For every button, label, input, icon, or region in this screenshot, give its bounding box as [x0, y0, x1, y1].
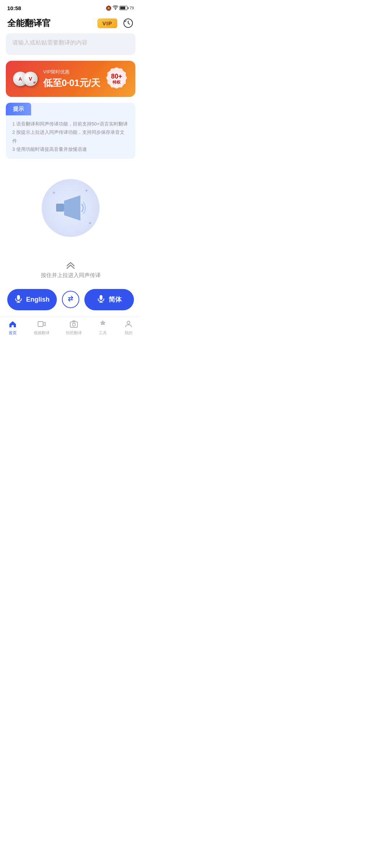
tips-section: 提示 1 语音翻译和同声传译功能，目前支持50+语言实时翻译 2 按提示上拉进入… — [6, 103, 135, 159]
coin-v: V IP — [23, 72, 38, 86]
svg-point-13 — [72, 323, 75, 326]
wifi-icon — [113, 5, 118, 11]
tools-icon — [98, 319, 108, 329]
tips-header-text: 提示 — [13, 106, 24, 112]
tip-item-2: 2 按提示上拉进入同声传译功能，支持同步保存录音文件 — [12, 128, 129, 145]
vip-small-text: VIP限时优惠 — [43, 69, 100, 75]
svg-point-14 — [102, 322, 104, 324]
nav-photo-label: 拍照翻译 — [66, 330, 82, 336]
badge-num: 80+ — [111, 73, 122, 80]
swipe-text: 按住并上拉进入同声传译 — [41, 272, 101, 279]
nav-tools-label: 工具 — [99, 330, 107, 336]
vip-banner-left: A V IP — [13, 68, 38, 90]
bottom-nav: 首页 视频翻译 拍照翻译 工具 — [0, 316, 141, 340]
svg-marker-11 — [43, 322, 45, 326]
mic-illustration-area: ✦ ✦ ✦ — [0, 165, 141, 255]
vip-coins-illustration: A V IP — [13, 68, 38, 90]
status-icons: 🔕 79 — [106, 5, 134, 11]
input-placeholder: 请输入或粘贴需要翻译的内容 — [12, 39, 88, 46]
tip-item-3: 3 使用功能时请提高音量并放慢语速 — [12, 145, 129, 153]
sparkle-2: ✦ — [88, 220, 92, 226]
notification-icons: 🔕 79 — [106, 5, 134, 11]
vip-privilege-badge: 80+ 特权 — [105, 67, 128, 90]
nav-tools[interactable]: 工具 — [98, 319, 108, 336]
vip-big-text: 低至0·01元/天 — [43, 77, 100, 89]
tips-header: 提示 — [6, 103, 31, 115]
svg-rect-7 — [100, 295, 102, 300]
nav-video[interactable]: 视频翻译 — [34, 319, 50, 336]
svg-point-15 — [127, 321, 130, 324]
nav-home[interactable]: 首页 — [8, 319, 17, 336]
header: 全能翻译官 VIP — [0, 14, 141, 33]
swap-language-button[interactable] — [62, 291, 79, 308]
lang-btn-english[interactable]: English — [7, 289, 57, 310]
sparkle-1: ✦ — [84, 188, 89, 193]
mic-illustration: ✦ ✦ ✦ — [42, 179, 100, 237]
mic-icon-chinese — [97, 295, 105, 305]
camera-icon — [69, 319, 79, 329]
lang-english-label: English — [26, 296, 50, 303]
app-title: 全能翻译官 — [7, 17, 51, 29]
swipe-hint: 按住并上拉进入同声传译 — [0, 255, 141, 286]
svg-rect-10 — [38, 322, 43, 327]
swap-icon — [67, 295, 75, 305]
status-bar: 10:58 🔕 79 — [0, 0, 141, 14]
badge-label: 特权 — [113, 80, 121, 85]
translation-input[interactable]: 请输入或粘贴需要翻译的内容 — [6, 33, 135, 55]
svg-marker-3 — [64, 195, 80, 221]
nav-home-label: 首页 — [9, 330, 17, 336]
tips-body: 1 语音翻译和同声传译功能，目前支持50+语言实时翻译 2 按提示上拉进入同声传… — [6, 115, 135, 159]
tip-item-1: 1 语音翻译和同声传译功能，目前支持50+语言实时翻译 — [12, 120, 129, 128]
header-actions: VIP — [97, 17, 134, 29]
svg-rect-4 — [17, 295, 20, 300]
history-icon[interactable] — [122, 17, 134, 29]
home-icon — [8, 319, 17, 329]
profile-icon — [124, 319, 133, 329]
video-icon — [37, 319, 46, 329]
nav-mine-label: 我的 — [125, 330, 133, 336]
nav-video-label: 视频翻译 — [34, 330, 50, 336]
lang-chinese-label: 简体 — [109, 295, 122, 304]
vip-badge[interactable]: VIP — [97, 18, 117, 28]
battery-percent: 79 — [130, 6, 134, 10]
lang-btn-chinese[interactable]: 简体 — [84, 289, 134, 310]
svg-rect-12 — [70, 322, 77, 327]
vip-banner[interactable]: A V IP VIP限时优惠 低至0·01元/天 80+ 特权 — [6, 61, 135, 97]
status-time: 10:58 — [7, 5, 21, 11]
svg-rect-2 — [56, 204, 64, 212]
nav-mine[interactable]: 我的 — [124, 319, 133, 336]
vip-promo-text: VIP限时优惠 低至0·01元/天 — [43, 69, 100, 89]
mic-icon-english — [14, 295, 22, 305]
nav-photo[interactable]: 拍照翻译 — [66, 319, 82, 336]
svg-point-0 — [115, 9, 116, 10]
lang-buttons: English 简体 — [0, 286, 141, 316]
chevron-up-icon — [65, 261, 76, 269]
sparkle-3: ✦ — [52, 190, 56, 196]
bell-off-icon: 🔕 — [106, 5, 112, 11]
battery-icon — [119, 6, 129, 10]
speaker-svg — [54, 193, 87, 222]
